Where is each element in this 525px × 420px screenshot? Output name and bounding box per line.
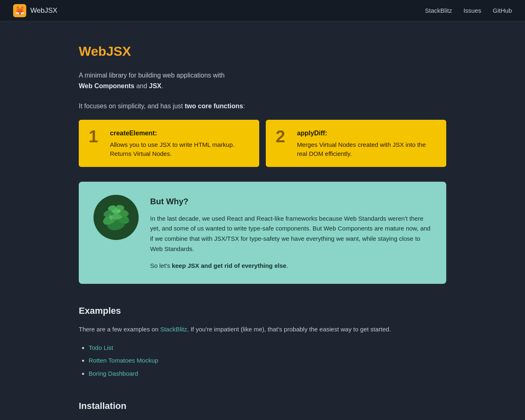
cta-end: . [286,262,288,269]
card-1-title: createElement: [110,128,249,139]
navbar-logo: 🦊 [13,4,26,17]
list-item: Todo List [89,342,446,353]
navbar-links: StackBlitz Issues GitHub [425,6,512,16]
but-why-section: But Why? In the last decade, we used Rea… [79,182,446,284]
intro-bold2: JSX [149,82,161,89]
intro-line1: A minimal library for building web appli… [79,72,225,79]
tagline: It focuses on simplicity, and has just t… [79,101,446,112]
card-1-desc: Allows you to use JSX to write HTML mark… [110,140,249,159]
tagline-end: : [243,103,245,110]
rotten-tomatoes-link[interactable]: Rotten Tomatoes Mockup [89,357,158,364]
card-1-content: createElement: Allows you to use JSX to … [110,128,249,159]
but-why-paragraph: In the last decade, we used React and Re… [150,214,431,254]
but-why-title: But Why? [150,195,431,208]
card-create-element: 1 createElement: Allows you to use JSX t… [79,120,259,167]
but-why-cta: So let's keep JSX and get rid of everyth… [150,261,431,271]
installation-title: Installation [79,399,446,413]
intro-bold1: Web Components [79,82,135,89]
examples-intro: There are a few examples on StackBlitz. … [79,324,446,334]
nav-link-github[interactable]: GitHub [493,6,512,16]
tagline-bold: two core functions [185,103,243,110]
nav-link-stackblitz[interactable]: StackBlitz [425,6,452,16]
boring-dashboard-link[interactable]: Boring Dashboard [89,370,138,377]
card-2-number: 2 [276,128,290,145]
list-item: Rotten Tomatoes Mockup [89,355,446,366]
page-title: WebJSX [79,41,446,62]
function-cards: 1 createElement: Allows you to use JSX t… [79,120,446,167]
stackblitz-link[interactable]: StackBlitz [160,326,187,333]
but-why-content: But Why? In the last decade, we used Rea… [150,195,431,271]
intro-and: and [135,82,149,89]
intro-paragraph: A minimal library for building web appli… [79,70,446,91]
navbar: 🦊 WebJSX StackBlitz Issues GitHub [0,0,525,21]
tagline-pre: It focuses on simplicity, and has just [79,103,185,110]
nav-link-issues[interactable]: Issues [463,6,481,16]
intro-end: . [162,82,163,89]
navbar-brand: 🦊 WebJSX [13,4,425,17]
card-2-content: applyDiff: Merges Virtual Nodes created … [297,128,436,159]
main-content: WebJSX A minimal library for building we… [66,21,459,420]
todo-list-link[interactable]: Todo List [89,344,113,351]
but-why-avatar [94,195,139,240]
examples-section-title: Examples [79,304,446,318]
logo-emoji: 🦊 [15,4,25,17]
examples-intro-pre: There are a few examples on [79,326,160,333]
examples-list: Todo List Rotten Tomatoes Mockup Boring … [79,342,446,379]
card-2-desc: Merges Virtual Nodes created with JSX in… [297,140,436,159]
card-2-title: applyDiff: [297,128,436,139]
card-1-number: 1 [89,128,103,145]
navbar-title: WebJSX [30,5,57,16]
examples-intro-post: . If you're impatient (like me), that's … [187,326,391,333]
cta-pre: So let's [150,262,172,269]
card-apply-diff: 2 applyDiff: Merges Virtual Nodes create… [266,120,446,167]
cta-bold: keep JSX and get rid of everything else [172,262,286,269]
list-item: Boring Dashboard [89,368,446,379]
